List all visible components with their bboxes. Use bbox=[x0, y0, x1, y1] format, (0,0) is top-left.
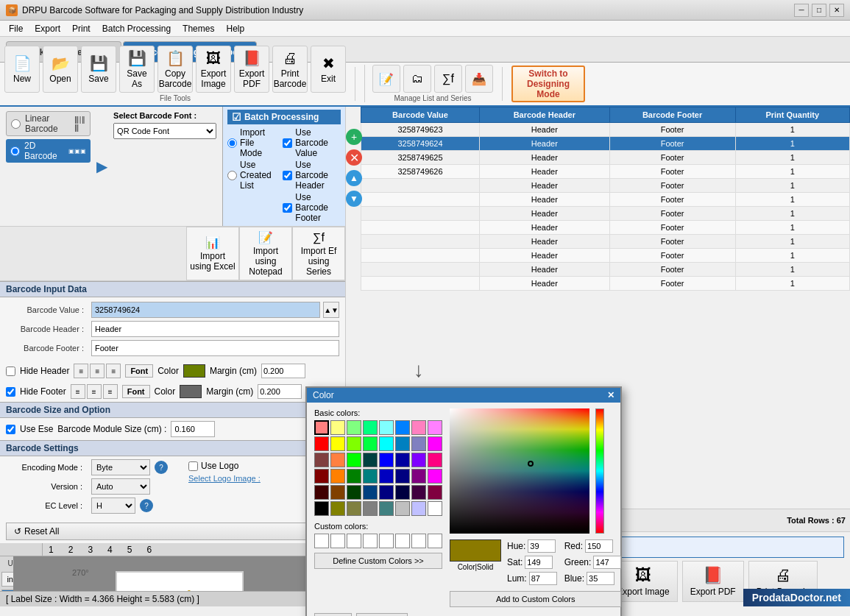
green-input[interactable] bbox=[593, 556, 621, 569]
use-created-list-radio[interactable]: Use Created List bbox=[227, 160, 275, 191]
use-logo-check[interactable]: Use Logo bbox=[188, 461, 238, 471]
minimize-btn[interactable]: ─ bbox=[794, 4, 809, 17]
manage-import-btn[interactable]: 📥 bbox=[465, 65, 493, 93]
basic-color-1-2[interactable] bbox=[347, 436, 361, 451]
basic-color-0-5[interactable] bbox=[395, 420, 410, 435]
menu-batch[interactable]: Batch Processing bbox=[96, 22, 177, 35]
import-series-button[interactable]: ∑f Import Ef using Series bbox=[292, 227, 345, 280]
sat-input[interactable] bbox=[525, 556, 553, 569]
basic-color-5-3[interactable] bbox=[363, 501, 378, 516]
export-pdf-toolbar-button[interactable]: 📕 Export PDF bbox=[234, 46, 269, 93]
manage-series-btn[interactable]: ∑f bbox=[434, 65, 462, 93]
manage-list-btn2[interactable]: 🗂 bbox=[403, 65, 431, 93]
custom-color-4[interactable] bbox=[363, 534, 378, 548]
basic-color-1-0[interactable] bbox=[314, 436, 329, 451]
move-up-button[interactable]: ▲ bbox=[346, 170, 362, 186]
2d-barcode-radio[interactable]: 2D Barcode ▣▣▣ bbox=[6, 139, 91, 163]
menu-export[interactable]: Export bbox=[29, 22, 66, 35]
custom-color-7[interactable] bbox=[411, 534, 426, 548]
encoding-select[interactable]: Byte bbox=[91, 459, 150, 475]
move-down-button[interactable]: ▼ bbox=[346, 191, 362, 207]
copy-barcode-toolbar-button[interactable]: 📋 Copy Barcode bbox=[157, 46, 193, 93]
basic-color-3-3[interactable] bbox=[363, 469, 378, 484]
basic-color-2-3[interactable] bbox=[363, 453, 378, 467]
ec-level-select[interactable]: H bbox=[91, 498, 135, 514]
save-button[interactable]: 💾 Save bbox=[81, 46, 116, 93]
custom-color-3[interactable] bbox=[347, 534, 361, 548]
basic-color-5-4[interactable] bbox=[379, 501, 394, 516]
basic-color-4-3[interactable] bbox=[363, 485, 378, 500]
basic-color-0-0[interactable] bbox=[314, 420, 329, 435]
lum-input[interactable] bbox=[529, 572, 557, 585]
use-barcode-value-check[interactable]: Use Barcode Value bbox=[283, 127, 341, 158]
basic-color-2-5[interactable] bbox=[395, 453, 410, 467]
table-row[interactable]: Header Footer 1 bbox=[361, 249, 850, 263]
menu-file[interactable]: File bbox=[3, 22, 29, 35]
select-logo-link[interactable]: Select Logo Image : bbox=[188, 474, 261, 483]
print-barcode-toolbar-button[interactable]: 🖨 Print Barcode bbox=[272, 46, 308, 93]
reset-all-button[interactable]: ↺ Reset All bbox=[6, 523, 339, 540]
linear-barcode-radio[interactable]: Linear Barcode ||| | || ||| bbox=[6, 111, 91, 136]
font-select[interactable]: QR Code Font bbox=[113, 123, 216, 139]
close-btn[interactable]: ✕ bbox=[829, 4, 844, 17]
basic-color-5-5[interactable] bbox=[395, 501, 410, 516]
import-file-mode-radio[interactable]: Import File Mode bbox=[227, 127, 275, 158]
2d-barcode-input[interactable] bbox=[10, 146, 20, 156]
module-size-input[interactable] bbox=[171, 421, 215, 437]
table-row[interactable]: 3258749625 Header Footer 1 bbox=[361, 151, 850, 165]
table-row[interactable]: Header Footer 1 bbox=[361, 221, 850, 235]
header-align-right[interactable]: ≡ bbox=[106, 364, 121, 378]
header-align-center[interactable]: ≡ bbox=[90, 364, 105, 378]
add-row-button[interactable]: + bbox=[346, 129, 362, 145]
basic-color-2-1[interactable] bbox=[330, 453, 345, 467]
footer-align-right[interactable]: ≡ bbox=[103, 384, 118, 399]
basic-color-4-5[interactable] bbox=[395, 485, 410, 500]
table-row[interactable]: Header Footer 1 bbox=[361, 277, 850, 291]
footer-color-swatch[interactable] bbox=[180, 385, 202, 398]
ec-level-info-btn[interactable]: ? bbox=[140, 499, 153, 512]
table-row[interactable]: Header Footer 1 bbox=[361, 207, 850, 221]
cancel-button[interactable]: Cancel bbox=[356, 613, 408, 616]
basic-color-3-7[interactable] bbox=[428, 469, 442, 484]
basic-color-3-1[interactable] bbox=[330, 469, 345, 484]
import-notepad-button[interactable]: 📝 Import using Notepad bbox=[239, 227, 292, 280]
basic-color-4-4[interactable] bbox=[379, 485, 394, 500]
footer-margin-input[interactable] bbox=[258, 384, 302, 399]
export-image-toolbar-button[interactable]: 🖼 Export Image bbox=[196, 46, 231, 93]
basic-color-5-0[interactable] bbox=[314, 501, 329, 516]
basic-color-0-3[interactable] bbox=[363, 420, 378, 435]
basic-color-5-6[interactable] bbox=[411, 501, 426, 516]
basic-color-1-1[interactable] bbox=[330, 436, 345, 451]
basic-color-1-7[interactable] bbox=[428, 436, 442, 451]
menu-help[interactable]: Help bbox=[220, 22, 250, 35]
table-row[interactable]: Header Footer 1 bbox=[361, 235, 850, 249]
basic-color-3-0[interactable] bbox=[314, 469, 329, 484]
basic-color-5-1[interactable] bbox=[330, 501, 345, 516]
basic-color-2-4[interactable] bbox=[379, 453, 394, 467]
basic-color-2-7[interactable] bbox=[428, 453, 442, 467]
table-row[interactable]: Header Footer 1 bbox=[361, 263, 850, 277]
basic-color-4-2[interactable] bbox=[347, 485, 361, 500]
save-as-button[interactable]: 💾 Save As bbox=[119, 46, 155, 93]
footer-font-button[interactable]: Font bbox=[122, 385, 150, 398]
table-row[interactable]: 3258749624 Header Footer 1 bbox=[361, 137, 850, 151]
header-margin-input[interactable] bbox=[261, 364, 305, 378]
header-font-button[interactable]: Font bbox=[125, 364, 153, 378]
basic-color-4-6[interactable] bbox=[411, 485, 426, 500]
remove-row-button[interactable]: ✕ bbox=[346, 149, 362, 166]
new-button[interactable]: 📄 New bbox=[4, 46, 40, 93]
table-row[interactable]: Header Footer 1 bbox=[361, 179, 850, 193]
barcode-footer-input[interactable] bbox=[91, 340, 339, 356]
encoding-info-btn[interactable]: ? bbox=[155, 461, 168, 474]
table-row[interactable]: 3258749626 Header Footer 1 bbox=[361, 165, 850, 179]
linear-barcode-input[interactable] bbox=[11, 119, 21, 129]
switch-designing-mode-button[interactable]: Switch to Designing Mode bbox=[511, 66, 585, 102]
hide-header-checkbox[interactable] bbox=[6, 367, 15, 376]
blue-input[interactable] bbox=[587, 572, 615, 585]
basic-color-5-7[interactable] bbox=[428, 501, 442, 516]
basic-color-0-6[interactable] bbox=[411, 420, 426, 435]
basic-color-1-5[interactable] bbox=[395, 436, 410, 451]
basic-color-2-2[interactable] bbox=[347, 453, 361, 467]
red-input[interactable] bbox=[585, 539, 613, 553]
footer-align-left[interactable]: ≡ bbox=[71, 384, 85, 399]
